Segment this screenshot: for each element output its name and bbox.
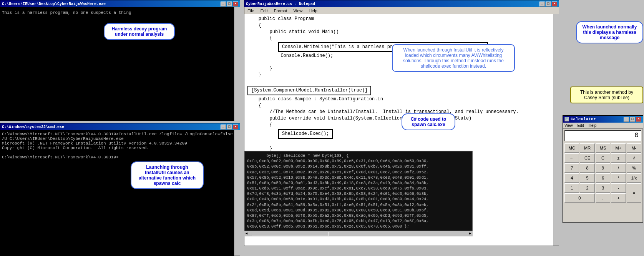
calc-mc[interactable]: MC	[564, 143, 579, 153]
menu-file[interactable]: File	[246, 8, 256, 13]
cmd-bottom-buttons: _ □ ×	[221, 125, 238, 130]
calc-maximize[interactable]: □	[630, 117, 635, 122]
notepad-buttons: _ □ ×	[539, 2, 557, 7]
calculator-icon: 🔢	[564, 117, 569, 121]
calc-7[interactable]: 7	[564, 163, 579, 173]
calculator-window: 🔢 Calculator _ □ × View Edit Help 0 MC M…	[563, 115, 643, 223]
calc-percent[interactable]: %	[627, 163, 641, 173]
calc-9[interactable]: 9	[596, 163, 610, 173]
shellcode-text: byte[] shellcode = new byte[193] { 0xfc,…	[247, 153, 470, 229]
cmd-bottom-window: C:\Windows\system32\cmd.exe _ □ × C:\Win…	[0, 123, 240, 256]
cmd-top-scrollbar[interactable]	[234, 7, 240, 121]
calc-2[interactable]: 2	[580, 183, 594, 193]
calc-5[interactable]: 5	[580, 173, 594, 183]
calc-menu-help[interactable]: Help	[589, 123, 597, 128]
bubble-when-launched: When launched normally this displays a h…	[576, 21, 643, 43]
calc-minus[interactable]: -	[611, 183, 626, 193]
cmd-bottom-scrollbar[interactable]	[234, 130, 240, 256]
cmd-bottom-title: C:\Windows\system32\cmd.exe	[2, 125, 64, 129]
cmd-bottom-content: C:\Windows\Microsoft.NET\Framework\v4.0.…	[0, 130, 240, 256]
calc-decimal[interactable]: .	[596, 193, 610, 203]
menu-format[interactable]: Format	[272, 8, 289, 13]
calc-menu-edit[interactable]: Edit	[578, 123, 584, 128]
cmd-top-buttons: _ □ ×	[221, 2, 238, 7]
calc-1[interactable]: 1	[564, 183, 579, 193]
calc-mr[interactable]: MR	[580, 143, 594, 153]
calc-0[interactable]: 0	[564, 193, 595, 203]
calc-6[interactable]: 6	[596, 173, 610, 183]
cmd-bottom-text: C:\Windows\Microsoft.NET\Framework\v4.0.…	[2, 132, 238, 160]
notepad-title: CyberRaijuWasHere.cs - Notepad	[246, 2, 315, 6]
calc-divide[interactable]: /	[611, 163, 626, 173]
bubble-csharp-calc: C# code used to spawn calc.exe	[402, 113, 455, 130]
calc-reciprocal[interactable]: 1/x	[627, 173, 641, 183]
notepad-title-bar: CyberRaijuWasHere.cs - Notepad _ □ ×	[244, 0, 559, 7]
minimize-button[interactable]: _	[221, 2, 226, 7]
bubble-harmless-decoy: Harmless decoy program under normal anal…	[104, 23, 175, 40]
calculator-menu: View Edit Help	[563, 123, 643, 129]
calc-ms[interactable]: MS	[596, 143, 610, 153]
cmd-top-window: C:\Users\IEUser\Desktop\CyberRaijuWasHer…	[0, 0, 240, 121]
calc-menu-view[interactable]: View	[564, 123, 573, 128]
bubble-launching: Launching through InstallUtil causes an …	[131, 161, 204, 189]
minimize-button-2[interactable]: _	[221, 125, 226, 130]
calc-equals[interactable]: =	[627, 183, 641, 203]
notepad-close[interactable]: ×	[552, 2, 557, 7]
notepad-menu-bar: File Edit Format View Help	[244, 7, 559, 14]
calculator-title-text: Calculator	[571, 117, 596, 121]
shellcode-area: byte[] shellcode = new byte[193] { 0xfc,…	[244, 151, 473, 231]
bubble-installutil: When launched through InstallUtil it is …	[392, 44, 515, 72]
calc-8[interactable]: 8	[580, 163, 594, 173]
calc-3[interactable]: 3	[596, 183, 610, 193]
cmd-top-title-bar: C:\Users\IEUser\Desktop\CyberRaijuWasHer…	[0, 0, 240, 7]
calc-plusminus[interactable]: ±	[611, 153, 626, 163]
calculator-title-bar: 🔢 Calculator _ □ ×	[563, 116, 643, 123]
calculator-display: 0	[564, 130, 641, 141]
calc-minimize[interactable]: _	[624, 117, 629, 122]
notepad-scrollbar-h[interactable]: ◄ ►	[244, 231, 473, 236]
calculator-keypad: MC MR MS M+ M- ← CE C ± √ 7 8 9 / % 4 5 …	[563, 143, 643, 203]
menu-help[interactable]: Help	[307, 8, 319, 13]
calc-ce[interactable]: CE	[580, 153, 594, 163]
run-installer-highlight: [System.ComponentModel.RunInstaller(true…	[247, 86, 371, 95]
cmd-top-text: This is a harmless program, no one suspe…	[2, 10, 238, 15]
shellcode-exec-highlight: Shellcode.Exec();	[278, 129, 333, 139]
close-button-2[interactable]: ×	[233, 125, 238, 130]
calc-multiply[interactable]: *	[611, 173, 626, 183]
notepad-minimize[interactable]: _	[539, 2, 545, 7]
calc-mplus[interactable]: M+	[611, 143, 626, 153]
calc-plus[interactable]: +	[611, 193, 626, 203]
calc-sqrt[interactable]: √	[627, 153, 641, 163]
calculator-window-buttons: _ □ ×	[624, 117, 641, 122]
notepad-maximize[interactable]: □	[546, 2, 551, 7]
calc-c[interactable]: C	[596, 153, 610, 163]
menu-view[interactable]: View	[292, 8, 304, 13]
cmd-top-title: C:\Users\IEUser\Desktop\CyberRaijuWasHer…	[2, 2, 106, 6]
maximize-button[interactable]: □	[227, 2, 232, 7]
calc-backspace[interactable]: ←	[564, 153, 579, 163]
bubble-casey-smith: This is another method by Casey Smith (s…	[570, 86, 643, 103]
calc-4[interactable]: 4	[564, 173, 579, 183]
calc-close[interactable]: ×	[636, 117, 641, 122]
cmd-bottom-title-bar: C:\Windows\system32\cmd.exe _ □ ×	[0, 123, 240, 130]
maximize-button-2[interactable]: □	[227, 125, 232, 130]
calc-mminus[interactable]: M-	[627, 143, 641, 153]
notepad-scrollbar-v[interactable]	[553, 14, 559, 246]
close-button[interactable]: ×	[233, 2, 238, 7]
menu-edit[interactable]: Edit	[259, 8, 269, 13]
